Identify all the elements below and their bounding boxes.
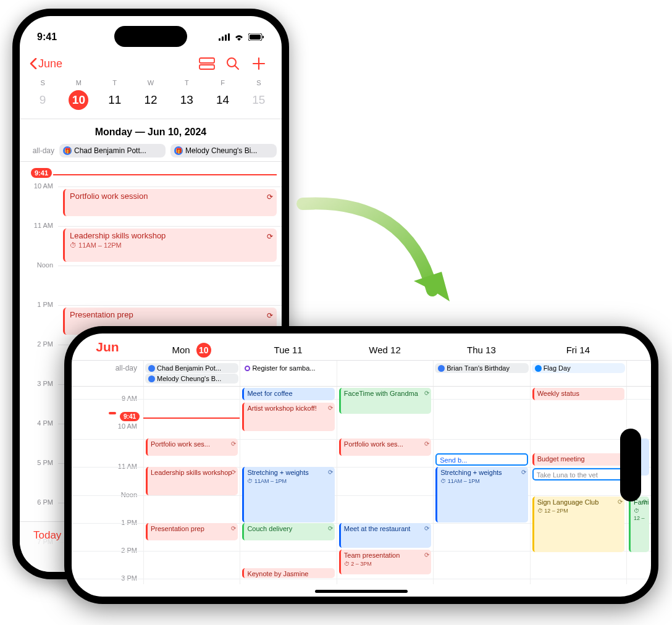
- day-cell[interactable]: 13: [169, 90, 204, 112]
- weekday: W: [133, 79, 169, 86]
- event-block[interactable]: ⟳ Portfolio work session: [63, 189, 277, 216]
- event-title: Portfolio work ses...: [344, 440, 403, 448]
- event-block[interactable]: ⟳Stretching + weights⏱ 11AM – 1PM: [242, 467, 334, 522]
- back-label: June: [38, 57, 62, 70]
- event-block[interactable]: ⟳Meet at the restaurant: [339, 523, 431, 548]
- day-cell[interactable]: 11: [97, 90, 133, 112]
- allday-text: Melody Cheung's Bi...: [185, 146, 257, 155]
- day-cell-selected[interactable]: 10: [61, 90, 96, 112]
- event-title: Weekly status: [537, 390, 579, 397]
- event-block[interactable]: ⟳Couch delivery: [242, 523, 334, 540]
- weekday: S: [241, 79, 277, 86]
- weekday: F: [204, 79, 240, 86]
- plus-icon: [252, 57, 266, 70]
- event-title: Take Luna to the vet: [537, 471, 598, 479]
- event-block[interactable]: ⟳Sign Language Club⏱ 12 – 2PM: [532, 497, 624, 552]
- day-column-mon[interactable]: ⟳Portfolio work ses...⟳Leadership skills…: [143, 387, 240, 584]
- day-column-wed[interactable]: ⟳FaceTime with Grandma⟳Portfolio work se…: [337, 387, 433, 584]
- day-header[interactable]: Wed 12: [337, 338, 433, 355]
- event-block[interactable]: ⟳Family⏱ 12 –: [629, 497, 649, 552]
- hour-label: 1 PM: [121, 519, 137, 526]
- event-block[interactable]: Meet for coffee: [242, 388, 334, 400]
- allday-event[interactable]: Flag Day: [532, 363, 625, 373]
- allday-event[interactable]: Brian Tran's Birthday: [435, 363, 528, 373]
- event-block[interactable]: ⟳Presentation prep: [146, 523, 238, 540]
- today-button[interactable]: Today: [33, 529, 61, 542]
- svg-rect-2: [225, 35, 227, 41]
- home-indicator[interactable]: [315, 590, 408, 593]
- hour-label: 4 PM: [20, 419, 53, 427]
- event-title: Stretching + weights: [247, 469, 308, 476]
- gift-icon: 🎁: [174, 146, 183, 155]
- day-header[interactable]: Fri 14: [530, 338, 626, 355]
- allday-event[interactable]: 🎁 Chad Benjamin Pott...: [59, 144, 166, 157]
- date-header: Monday — Jun 10, 2024: [20, 119, 282, 144]
- month-label[interactable]: Jun: [72, 340, 143, 354]
- week-grid[interactable]: 9 AM 10 AM 11 AM Noon 1 PM 2 PM 3 PM 9:4…: [72, 387, 651, 584]
- event-block[interactable]: ⟳Artist workshop kickoff!: [242, 403, 334, 431]
- repeat-icon: ⟳: [424, 525, 429, 532]
- allday-event[interactable]: 🎁 Melody Cheung's Bi...: [170, 144, 277, 157]
- allday-label: all-day: [25, 146, 54, 155]
- now-indicator-line: [53, 174, 277, 175]
- event-title: Meet for coffee: [247, 390, 292, 397]
- hour-label: 3 PM: [20, 380, 53, 387]
- event-block[interactable]: ⟳FaceTime with Grandma: [339, 388, 431, 414]
- repeat-icon: ⟳: [424, 552, 429, 559]
- allday-row: all-day Chad Benjamin Pot... Melody Cheu…: [72, 361, 651, 387]
- svg-rect-1: [222, 36, 224, 41]
- allday-cell[interactable]: Flag Day: [530, 361, 626, 386]
- event-title: Artist workshop kickoff!: [247, 405, 316, 412]
- allday-event[interactable]: Melody Cheung's B...: [145, 374, 238, 384]
- day-column-tue[interactable]: Meet for coffee⟳Artist workshop kickoff!…: [240, 387, 336, 584]
- allday-event[interactable]: Chad Benjamin Pot...: [145, 363, 238, 373]
- day-header[interactable]: Mon 10: [143, 337, 240, 358]
- event-block[interactable]: ⟳Leadership skills workshop: [146, 467, 238, 495]
- rotate-arrow-icon: [284, 191, 469, 340]
- gift-icon: [148, 365, 155, 372]
- event-block[interactable]: ⟳Team presentation⏱ 2 – 3PM: [339, 550, 431, 574]
- event-block[interactable]: ⟳ Leadership skills workshop ⏱ 11AM – 12…: [63, 229, 277, 262]
- event-block[interactable]: Weekly status: [532, 388, 624, 400]
- battery-icon: [248, 33, 264, 41]
- hour-label: 10 AM: [118, 422, 137, 430]
- event-title: FaceTime with Grandma: [344, 390, 418, 397]
- event-block[interactable]: ⟳Portfolio work ses...: [146, 438, 238, 456]
- repeat-icon: ⟳: [424, 390, 429, 397]
- day-cell[interactable]: 9: [25, 90, 61, 112]
- day-cell[interactable]: 15: [241, 90, 277, 112]
- view-mode-button[interactable]: [194, 54, 220, 73]
- day-column-fri[interactable]: Weekly statusBudget meetingTake Luna to …: [530, 387, 626, 584]
- event-block[interactable]: Send b...: [435, 453, 527, 466]
- event-block[interactable]: ⟳Stretching + weights⏱ 11AM – 1PM: [435, 467, 527, 522]
- allday-cell[interactable]: Register for samba...: [240, 361, 336, 386]
- repeat-icon: ⟳: [521, 469, 526, 476]
- add-button[interactable]: [246, 54, 272, 73]
- gift-icon: 🎁: [63, 146, 72, 155]
- hour-label: 11 AM: [118, 463, 137, 470]
- event-block[interactable]: Take Luna to the vet: [532, 468, 624, 480]
- allday-cell[interactable]: [337, 361, 433, 386]
- event-block[interactable]: Keynote by Jasmine: [242, 568, 334, 578]
- day-cell[interactable]: 12: [133, 90, 169, 112]
- list-view-icon: [199, 57, 215, 70]
- event-title: Send b...: [440, 456, 467, 464]
- wifi-icon: [233, 33, 245, 41]
- back-button[interactable]: June: [30, 57, 62, 70]
- day-cell[interactable]: 14: [204, 90, 240, 112]
- day-header[interactable]: Thu 13: [433, 338, 529, 355]
- repeat-icon: ⟳: [424, 440, 429, 448]
- weekday: T: [97, 79, 133, 86]
- event-block[interactable]: ⟳Portfolio work ses...: [339, 438, 431, 456]
- allday-cell[interactable]: Chad Benjamin Pot... Melody Cheung's B..…: [143, 361, 240, 386]
- svg-line-10: [235, 65, 238, 69]
- event-title: Sign Language Club: [537, 498, 599, 506]
- allday-cell[interactable]: Brian Tran's Birthday: [433, 361, 529, 386]
- allday-event[interactable]: Register for samba...: [242, 363, 335, 373]
- screen-landscape: Jun Mon 10 Tue 11 Wed 12 Thu 13 Fri 14 a…: [72, 333, 651, 597]
- day-column-thu[interactable]: Send b...⟳Stretching + weights⏱ 11AM – 1…: [433, 387, 529, 584]
- weeknum-row: 9 10 11 12 13 14 15: [20, 86, 282, 119]
- event-block[interactable]: Budget meeting: [532, 453, 624, 466]
- search-button[interactable]: [220, 54, 246, 73]
- day-header[interactable]: Tue 11: [240, 338, 336, 355]
